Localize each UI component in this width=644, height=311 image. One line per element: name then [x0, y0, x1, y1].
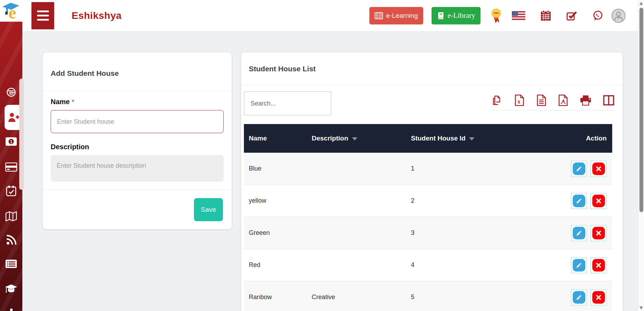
delete-button[interactable] — [591, 225, 607, 241]
description-input[interactable] — [51, 155, 224, 182]
add-student-house-card: Add Student House Name* Description Save — [43, 52, 232, 229]
pencil-icon — [573, 195, 585, 207]
x-icon — [592, 162, 605, 175]
sidebar-item-records[interactable] — [0, 259, 22, 268]
table-row: Red4 — [244, 249, 612, 281]
column-header-student-house-id[interactable]: Student House Id — [406, 135, 528, 142]
topbar: Eshikshya e-Learning — [22, 0, 638, 31]
search-input[interactable] — [244, 92, 331, 115]
task-check-icon[interactable] — [566, 10, 577, 21]
scrollbar-thumb[interactable] — [639, 8, 643, 212]
x-icon — [592, 227, 605, 239]
e-learning-button[interactable]: e-Learning — [369, 7, 423, 24]
column-header-name[interactable]: Name — [244, 135, 307, 142]
calendar-check-icon — [6, 185, 16, 196]
brand-title: Eshikshya — [72, 10, 122, 21]
edit-button[interactable] — [571, 289, 587, 305]
money-icon: 1 — [5, 137, 17, 146]
pencil-icon — [573, 259, 585, 272]
sidebar-item-partial — [10, 309, 13, 311]
cell-action — [528, 193, 612, 209]
delete-button[interactable] — [591, 289, 607, 305]
table-header-row: Name Description Student House Id Action — [244, 124, 612, 153]
edit-button[interactable] — [571, 161, 587, 177]
person-icon — [613, 10, 624, 21]
graduation-cap-icon — [5, 284, 17, 294]
save-button[interactable]: Save — [194, 198, 223, 221]
delete-button[interactable] — [591, 161, 607, 177]
sidebar-scrollbar-thumb[interactable] — [19, 79, 24, 190]
name-label: Name* — [51, 98, 74, 106]
cell-name: Blue — [244, 165, 307, 172]
map-icon — [5, 211, 17, 222]
copy-icon[interactable] — [491, 95, 502, 106]
us-flag-icon[interactable] — [512, 11, 525, 20]
column-visibility-icon[interactable] — [603, 95, 614, 106]
pencil-icon — [573, 227, 585, 239]
topbar-actions: e-Learning e-Library CERTIFIED — [369, 7, 638, 24]
x-icon — [592, 259, 605, 272]
sidebar-item-feeds[interactable] — [0, 235, 22, 245]
cell-description: Creative — [307, 294, 406, 301]
cell-action — [528, 225, 612, 241]
svg-text:CERTIFIED: CERTIFIED — [493, 12, 499, 14]
table-row: yellow2 — [244, 185, 612, 217]
credit-card-icon — [5, 162, 17, 172]
student-house-list-card: Student House List x — [241, 52, 623, 311]
student-house-table: Name Description Student House Id Action… — [244, 124, 612, 311]
name-input[interactable] — [51, 110, 224, 133]
hamburger-icon — [37, 10, 49, 12]
calendar-icon[interactable] — [541, 10, 551, 21]
certificate-badge-icon[interactable]: CERTIFIED — [489, 8, 504, 24]
cell-student-house-id: 5 — [406, 294, 528, 301]
svg-text:x: x — [518, 99, 520, 104]
student-add-icon — [8, 112, 20, 123]
description-label: Description — [51, 143, 224, 151]
list-icon — [5, 259, 17, 268]
rss-icon — [6, 235, 16, 245]
cell-action — [528, 161, 612, 177]
table-row: RanbowCreative5 — [244, 281, 612, 311]
column-header-description[interactable]: Description — [307, 135, 406, 142]
sidebar: 1 — [0, 0, 22, 311]
edit-button[interactable] — [571, 257, 587, 273]
page-scrollbar[interactable] — [638, 0, 644, 311]
delete-button[interactable] — [591, 193, 607, 209]
whatsapp-icon[interactable] — [592, 10, 603, 21]
edit-button[interactable] — [571, 193, 587, 209]
csv-export-icon[interactable] — [536, 94, 547, 106]
print-icon[interactable] — [580, 95, 592, 106]
table-row: Blue1 — [244, 153, 612, 185]
table-body: Blue1yellow2Greeen3Red4RanbowCreative5 — [244, 153, 612, 311]
sidebar-item-academics[interactable] — [0, 284, 22, 294]
delete-button[interactable] — [591, 257, 607, 273]
e-library-button[interactable]: e-Library — [432, 7, 480, 24]
sort-arrow-icon — [352, 137, 357, 140]
sort-arrow-icon — [469, 137, 475, 140]
pencil-icon — [573, 162, 585, 175]
scroll-down-arrow-icon[interactable] — [639, 306, 643, 310]
user-avatar[interactable] — [612, 9, 625, 23]
cell-student-house-id: 4 — [406, 261, 528, 269]
required-marker: * — [72, 99, 74, 106]
menu-toggle-button[interactable] — [31, 2, 54, 29]
excel-export-icon[interactable]: x — [514, 94, 524, 106]
edit-button[interactable] — [571, 225, 587, 241]
cell-name: Red — [244, 261, 307, 269]
list-controls: x — [241, 86, 623, 115]
cell-student-house-id: 3 — [406, 229, 528, 237]
svg-text:1: 1 — [10, 139, 13, 144]
form-card-footer: Save — [43, 190, 232, 229]
scroll-up-arrow-icon[interactable] — [639, 2, 643, 5]
sidebar-item-routes[interactable] — [0, 211, 22, 222]
list-card-title: Student House List — [241, 52, 623, 86]
cell-action — [528, 257, 612, 273]
pdf-export-icon[interactable] — [558, 94, 568, 106]
dashboard-coin-icon — [6, 87, 17, 98]
book-icon — [437, 12, 444, 20]
app-logo[interactable]: e — [0, 0, 22, 22]
export-toolbar: x — [491, 92, 614, 110]
table-row: Greeen3 — [244, 217, 612, 249]
film-icon — [375, 12, 383, 19]
pencil-icon — [573, 291, 585, 304]
